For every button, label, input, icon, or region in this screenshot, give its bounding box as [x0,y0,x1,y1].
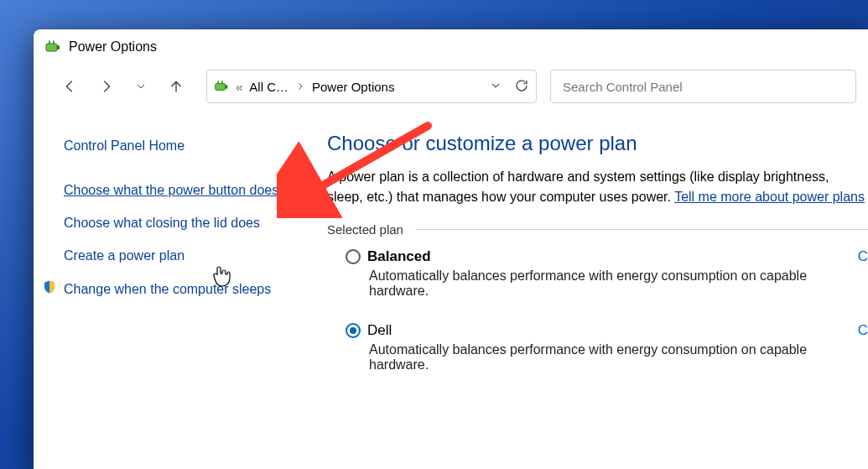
link-choose-power-button[interactable]: Choose what the power button does [34,174,285,206]
plan-dell: Dell C Automatically balances performanc… [327,319,868,393]
learn-more-link[interactable]: Tell me more about power plans [674,190,865,204]
address-bar[interactable]: « All C… Power Options [206,70,537,103]
radio-balanced[interactable] [346,249,361,264]
titlebar: Power Options [34,29,868,65]
svg-rect-1 [57,45,60,50]
sidebar: Control Panel Home Choose what the power… [34,132,294,393]
selected-plan-label: Selected plan [327,222,403,237]
plan-dell-name[interactable]: Dell [367,322,392,339]
plan-dell-desc: Automatically balances performance with … [346,339,868,384]
page-heading: Choose or customize a power plan [327,132,868,155]
section-divider [415,229,868,230]
breadcrumb-prefix: « [234,80,244,94]
plan-balanced-name[interactable]: Balanced [367,248,431,265]
forward-button[interactable] [91,71,121,102]
breadcrumb-segment-1[interactable]: All C… [247,80,290,94]
plan-balanced-change-link[interactable]: C [858,248,868,265]
radio-dell[interactable] [346,323,361,338]
breadcrumb-icon [212,77,231,96]
power-options-icon [44,38,62,56]
up-button[interactable] [161,71,191,102]
svg-rect-0 [46,44,57,51]
shield-icon [42,279,57,294]
plan-balanced-desc: Automatically balances performance with … [346,265,868,310]
link-change-when-sleeps[interactable]: Change when the computer sleeps [34,273,285,305]
power-options-window: Power Options « All C… [34,29,868,469]
plan-dell-change-link[interactable]: C [858,322,868,339]
svg-rect-3 [226,85,228,89]
refresh-button[interactable] [514,78,529,96]
svg-rect-2 [216,83,226,90]
recent-dropdown[interactable] [126,71,156,102]
window-title: Power Options [69,39,157,55]
content-area: Control Panel Home Choose what the power… [34,113,868,393]
link-change-when-sleeps-label: Change when the computer sleeps [64,282,271,296]
address-history-dropdown[interactable] [489,79,502,95]
toolbar: « All C… Power Options [34,65,868,113]
selected-plan-section: Selected plan [327,222,868,237]
search-box[interactable] [550,70,856,103]
link-create-power-plan[interactable]: Create a power plan [34,239,285,272]
breadcrumb-segment-2[interactable]: Power Options [310,80,396,94]
chevron-right-icon[interactable] [295,80,305,94]
page-description: A power plan is a collection of hardware… [327,167,868,207]
plan-balanced: Balanced C Automatically balances perfor… [327,245,868,319]
search-input[interactable] [561,79,845,95]
link-choose-closing-lid[interactable]: Choose what closing the lid does [34,206,285,239]
main-panel: Choose or customize a power plan A power… [294,132,868,393]
back-button[interactable] [55,71,86,102]
control-panel-home-link[interactable]: Control Panel Home [34,132,285,174]
